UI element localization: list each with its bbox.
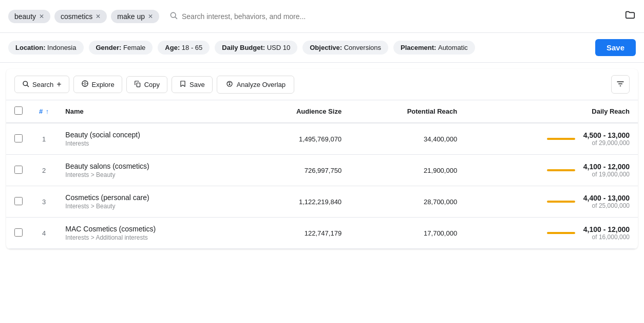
- select-all-checkbox[interactable]: [14, 106, 23, 115]
- row-daily-reach: 4,500 - 13,000 of 29,000,000: [465, 123, 638, 155]
- th-name[interactable]: Name: [57, 100, 242, 123]
- tag-cosmetics-close[interactable]: ✕: [96, 13, 101, 20]
- tag-beauty[interactable]: beauty ✕: [8, 10, 50, 23]
- explore-icon: [81, 80, 89, 89]
- filter-gender[interactable]: Gender: Female: [89, 41, 153, 55]
- svg-point-5: [84, 83, 86, 85]
- daily-reach-range: 4,400 - 13,000: [583, 194, 630, 202]
- copy-icon: [134, 80, 141, 89]
- daily-reach-of: of 19,000,000: [583, 171, 630, 178]
- table-row: 1 Beauty (social concept) Interests 1,49…: [6, 123, 638, 155]
- filter-gender-value: Female: [123, 44, 145, 51]
- table-body: 1 Beauty (social concept) Interests 1,49…: [6, 123, 638, 249]
- explore-button-label: Explore: [92, 81, 115, 88]
- row-checkbox-cell: [6, 186, 31, 218]
- row-name: Beauty salons (cosmetics): [65, 162, 234, 170]
- filter-placement[interactable]: Placement: Automatic: [393, 41, 475, 55]
- row-checkbox[interactable]: [14, 134, 23, 142]
- filter-budget-key: Daily Budget:: [222, 44, 267, 51]
- row-checkbox[interactable]: [14, 228, 23, 237]
- filter-age-value: 18 - 65: [182, 44, 202, 51]
- reach-bar-container: [547, 201, 579, 203]
- row-checkbox[interactable]: [14, 197, 23, 205]
- table-row: 3 Cosmetics (personal care) Interests > …: [6, 186, 638, 218]
- filter-objective-value: Conversions: [344, 44, 381, 51]
- main-content: Search + Explore Copy Save: [6, 69, 638, 249]
- top-bar: beauty ✕ cosmetics ✕ make up ✕: [0, 0, 644, 33]
- sort-arrow-icon: ↑: [46, 107, 49, 115]
- row-checkbox-cell: [6, 218, 31, 249]
- row-name-cell: Beauty (social concept) Interests: [57, 123, 242, 155]
- analyze-button-label: Analyze Overlap: [237, 81, 286, 88]
- table-row: 4 MAC Cosmetics (cosmetics) Interests > …: [6, 218, 638, 249]
- svg-rect-10: [137, 83, 140, 87]
- row-category: Interests > Additional interests: [65, 234, 234, 241]
- row-potential-reach: 17,700,000: [350, 218, 465, 249]
- th-potential-reach[interactable]: Potential Reach: [350, 100, 465, 123]
- row-category: Interests: [65, 140, 234, 147]
- row-name-cell: MAC Cosmetics (cosmetics) Interests > Ad…: [57, 218, 242, 249]
- daily-reach-of: of 25,000,000: [583, 202, 630, 209]
- row-checkbox[interactable]: [14, 166, 23, 174]
- reach-bar-icon: [547, 232, 575, 234]
- row-audience-size: 122,747,179: [242, 218, 350, 249]
- interest-search-bar: [163, 7, 620, 25]
- tag-makeup-close[interactable]: ✕: [148, 13, 153, 20]
- row-name: Cosmetics (personal care): [65, 193, 234, 202]
- save-button[interactable]: Save: [595, 39, 636, 56]
- table-header: # ↑ Name Audience Size Potential Reach D…: [6, 100, 638, 123]
- search-plus-icon: +: [56, 80, 61, 89]
- row-audience-size: 1,495,769,070: [242, 123, 350, 155]
- svg-point-11: [229, 84, 230, 85]
- tag-cosmetics[interactable]: cosmetics ✕: [54, 10, 107, 23]
- search-button-label: Search: [32, 81, 53, 88]
- th-daily-reach[interactable]: Daily Reach: [465, 100, 638, 123]
- tag-cosmetics-label: cosmetics: [61, 12, 92, 21]
- filters-bar: Location: Indonesia Gender: Female Age: …: [0, 33, 644, 63]
- tag-makeup-label: make up: [117, 12, 145, 21]
- row-daily-reach: 4,100 - 12,000 of 19,000,000: [465, 155, 638, 186]
- filter-objective-key: Objective:: [310, 44, 344, 51]
- filter-location-value: Indonesia: [47, 44, 76, 51]
- row-audience-size: 726,997,750: [242, 155, 350, 186]
- row-checkbox-cell: [6, 155, 31, 186]
- row-potential-reach: 34,400,000: [350, 123, 465, 155]
- interest-search-input[interactable]: [182, 12, 614, 21]
- row-daily-reach: 4,400 - 13,000 of 25,000,000: [465, 186, 638, 218]
- filter-budget-value: USD 10: [267, 44, 291, 51]
- filter-age[interactable]: Age: 18 - 65: [158, 41, 210, 55]
- row-category: Interests > Beauty: [65, 203, 234, 210]
- filter-budget[interactable]: Daily Budget: USD 10: [215, 41, 297, 55]
- filter-location[interactable]: Location: Indonesia: [8, 41, 84, 55]
- row-potential-reach: 21,900,000: [350, 155, 465, 186]
- tag-makeup[interactable]: make up ✕: [111, 10, 159, 23]
- toolbar-save-label: Save: [190, 81, 205, 88]
- th-audience-size[interactable]: Audience Size: [242, 100, 350, 123]
- daily-reach-range: 4,500 - 13,000: [583, 131, 630, 139]
- filter-placement-key: Placement:: [401, 44, 438, 51]
- reach-bar-icon: [547, 169, 575, 171]
- filter-button[interactable]: [611, 75, 630, 94]
- row-name-cell: Cosmetics (personal care) Interests > Be…: [57, 186, 242, 218]
- reach-bar-container: [547, 232, 579, 234]
- row-checkbox-cell: [6, 123, 31, 155]
- search-button[interactable]: Search +: [14, 76, 69, 93]
- filter-objective[interactable]: Objective: Conversions: [302, 41, 388, 55]
- tag-beauty-label: beauty: [14, 12, 36, 21]
- reach-bar-icon: [547, 138, 575, 140]
- toolbar-save-button[interactable]: Save: [172, 76, 213, 93]
- copy-button[interactable]: Copy: [126, 76, 167, 93]
- explore-button[interactable]: Explore: [73, 76, 122, 93]
- filter-age-key: Age:: [165, 44, 182, 51]
- th-number: # ↑: [31, 100, 57, 123]
- bookmark-icon: [179, 80, 186, 89]
- reach-bar-icon: [547, 201, 575, 203]
- row-name: Beauty (social concept): [65, 131, 234, 139]
- daily-reach-of: of 29,000,000: [583, 139, 630, 147]
- tag-beauty-close[interactable]: ✕: [39, 13, 44, 20]
- analyze-overlap-button[interactable]: Analyze Overlap: [217, 76, 294, 94]
- row-potential-reach: 28,700,000: [350, 186, 465, 218]
- folder-icon[interactable]: [624, 9, 636, 23]
- row-number: 3: [31, 186, 57, 218]
- row-name-cell: Beauty salons (cosmetics) Interests > Be…: [57, 155, 242, 186]
